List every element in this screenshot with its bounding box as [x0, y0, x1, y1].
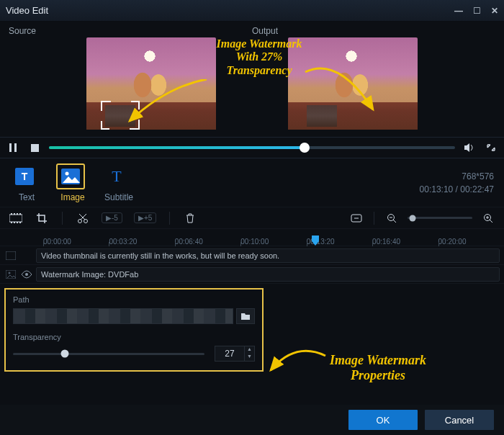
stop-button[interactable] — [27, 140, 42, 155]
folder-icon — [240, 312, 251, 320]
timeline-tick: 00:00:00 — [43, 238, 109, 246]
timeline-tick: 00:06:40 — [175, 238, 240, 246]
close-icon[interactable]: ✕ — [491, 6, 498, 16]
tab-text[interactable]: T Text — [10, 163, 43, 202]
image-track-icon — [3, 270, 19, 279]
tab-subtitle-label: Subtitle — [102, 192, 135, 202]
tab-text-label: Text — [10, 192, 43, 202]
watermark-track-content: Watermark Image: DVDFab — [36, 267, 500, 282]
transparency-slider[interactable] — [13, 353, 204, 355]
svg-point-25 — [25, 273, 28, 276]
svg-point-24 — [9, 272, 11, 274]
tab-image-label: Image — [56, 192, 89, 202]
svg-rect-11 — [17, 213, 18, 215]
ok-button[interactable]: OK — [348, 410, 418, 430]
video-track-content: Video thumbnail is currently still in th… — [36, 248, 500, 263]
timeline-tick: 00:03:20 — [109, 238, 174, 246]
skip-forward-button[interactable]: ▶+5 — [134, 212, 156, 223]
svg-text:T: T — [112, 167, 122, 185]
svg-rect-9 — [11, 213, 12, 215]
timecode-text: 00:13:10 / 00:22:47 — [420, 183, 494, 196]
path-label: Path — [13, 295, 255, 304]
svg-rect-16 — [19, 222, 21, 223]
watermark-selection-marker[interactable] — [101, 101, 140, 130]
video-track[interactable]: Video thumbnail is currently still in th… — [0, 246, 504, 265]
svg-rect-0 — [9, 143, 12, 152]
svg-rect-12 — [19, 213, 21, 215]
svg-point-18 — [84, 219, 88, 223]
svg-rect-15 — [17, 222, 18, 223]
fit-icon[interactable] — [349, 211, 364, 225]
minimize-icon[interactable]: — — [454, 6, 463, 16]
output-label: Output — [252, 26, 495, 36]
window-title: Video Edit — [6, 5, 48, 16]
filmstrip-icon[interactable] — [9, 211, 23, 225]
skip-back-button[interactable]: ▶-5 — [102, 212, 122, 223]
browse-button[interactable] — [236, 308, 255, 324]
svg-rect-1 — [14, 143, 17, 152]
spin-up-icon[interactable]: ▲ — [245, 346, 254, 354]
watermark-overlay-output — [307, 105, 337, 127]
transparency-value: 27 — [215, 349, 244, 359]
svg-point-17 — [78, 219, 82, 223]
edit-toolbar: ▶-5 ▶+5 — [0, 207, 504, 229]
mode-tabs: T Text Image T Subtitle 768*576 00:13:10… — [0, 158, 504, 207]
volume-icon[interactable] — [462, 140, 477, 155]
source-label: Source — [9, 26, 252, 36]
svg-rect-2 — [31, 144, 39, 152]
window-controls: — ☐ ✕ — [454, 6, 498, 16]
maximize-icon[interactable]: ☐ — [473, 6, 481, 16]
source-preview[interactable] — [86, 37, 216, 130]
timeline-tick: 00:10:00 — [240, 238, 306, 246]
svg-text:T: T — [22, 171, 28, 182]
spin-down-icon[interactable]: ▼ — [245, 354, 254, 361]
watermark-track[interactable]: Watermark Image: DVDFab — [0, 265, 504, 284]
video-track-icon — [3, 251, 19, 260]
playback-bar — [0, 137, 504, 158]
cut-icon[interactable] — [76, 211, 90, 225]
resolution-text: 768*576 — [420, 170, 494, 183]
image-watermark-icon — [56, 163, 85, 189]
svg-rect-13 — [11, 222, 12, 223]
fullscreen-icon[interactable] — [484, 140, 498, 155]
transparency-spinbox[interactable]: 27 ▲ ▼ — [215, 346, 255, 362]
subtitle-icon: T — [102, 163, 131, 189]
title-bar: Video Edit — ☐ ✕ — [0, 0, 504, 22]
svg-rect-10 — [14, 213, 15, 215]
annotation-top: Image Watermark With 27% Transparency — [205, 37, 313, 77]
timeline-ruler[interactable]: 00:00:00 00:03:20 00:06:40 00:10:00 00:1… — [0, 229, 504, 246]
watermark-properties-panel: Path Transparency 27 ▲ ▼ — [4, 288, 264, 372]
path-input[interactable] — [13, 308, 233, 324]
annotation-props: Image Watermark Properties — [310, 353, 446, 382]
tab-image[interactable]: Image — [56, 163, 89, 202]
svg-point-6 — [66, 171, 69, 175]
trash-icon[interactable] — [183, 211, 197, 225]
pause-button[interactable] — [6, 140, 20, 155]
zoom-in-icon[interactable] — [481, 211, 495, 225]
zoom-out-icon[interactable] — [384, 211, 399, 225]
cancel-button[interactable]: Cancel — [425, 410, 494, 430]
svg-rect-22 — [6, 251, 16, 260]
visibility-toggle-icon[interactable] — [19, 270, 35, 279]
svg-rect-8 — [9, 215, 22, 222]
tab-subtitle[interactable]: T Subtitle — [102, 163, 135, 202]
timeline-tracks: Video thumbnail is currently still in th… — [0, 246, 504, 284]
crop-icon[interactable] — [35, 211, 49, 225]
timeline-tick: 00:20:00 — [438, 238, 504, 246]
zoom-slider[interactable] — [408, 217, 472, 219]
text-watermark-icon: T — [10, 163, 39, 189]
playhead-icon[interactable] — [311, 235, 320, 246]
progress-slider[interactable] — [49, 146, 455, 149]
dialog-footer: OK Cancel — [0, 405, 504, 435]
svg-rect-14 — [14, 222, 15, 223]
timeline-tick: 00:16:40 — [372, 238, 438, 246]
media-info: 768*576 00:13:10 / 00:22:47 — [420, 170, 494, 196]
transparency-label: Transparency — [13, 333, 255, 341]
